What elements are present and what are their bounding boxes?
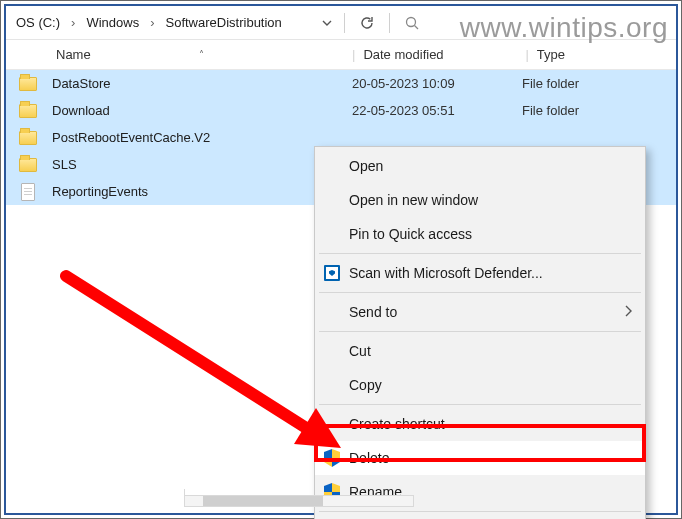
ctx-scan-defender[interactable]: Scan with Microsoft Defender... — [315, 256, 645, 290]
breadcrumb-seg-windows[interactable]: Windows — [80, 11, 145, 34]
ctx-delete[interactable]: Delete — [315, 441, 645, 475]
column-date-label: Date modified — [355, 47, 443, 62]
context-menu[interactable]: Open Open in new window Pin to Quick acc… — [314, 146, 646, 519]
chevron-right-icon: › — [149, 15, 155, 30]
file-date: 20-05-2023 10:09 — [352, 76, 455, 91]
search-icon[interactable] — [398, 10, 426, 36]
ctx-separator — [319, 511, 641, 512]
file-name: PostRebootEventCache.V2 — [52, 130, 210, 145]
ctx-separator — [319, 404, 641, 405]
folder-icon — [19, 77, 37, 91]
column-date[interactable]: Date modified — [355, 40, 525, 69]
ctx-label: Scan with Microsoft Defender... — [349, 265, 543, 281]
ctx-label: Cut — [349, 343, 371, 359]
svg-line-2 — [66, 276, 311, 431]
breadcrumb-seg-softwaredistribution[interactable]: SoftwareDistribution — [160, 11, 288, 34]
table-row[interactable]: Download 22-05-2023 05:51 File folder — [6, 97, 676, 124]
ctx-separator — [319, 253, 641, 254]
file-icon — [21, 183, 35, 201]
ctx-label: Open — [349, 158, 383, 174]
folder-icon — [19, 158, 37, 172]
column-headers[interactable]: Name ˄ | Date modified | Type — [6, 40, 676, 70]
ctx-open-new-window[interactable]: Open in new window — [315, 183, 645, 217]
file-name: Download — [52, 103, 110, 118]
svg-line-1 — [414, 25, 418, 29]
file-type: File folder — [522, 103, 579, 118]
ctx-properties[interactable]: Properties — [315, 514, 645, 519]
ctx-copy[interactable]: Copy — [315, 368, 645, 402]
file-name: ReportingEvents — [52, 184, 148, 199]
file-date: 22-05-2023 05:51 — [352, 103, 455, 118]
table-row[interactable]: DataStore 20-05-2023 10:09 File folder — [6, 70, 676, 97]
ctx-label: Copy — [349, 377, 382, 393]
file-type: File folder — [522, 76, 579, 91]
ctx-label: Open in new window — [349, 192, 478, 208]
column-gutter — [6, 40, 50, 69]
ctx-pin-quick-access[interactable]: Pin to Quick access — [315, 217, 645, 251]
divider — [344, 13, 345, 33]
defender-icon — [323, 264, 341, 282]
address-dropdown-icon[interactable] — [318, 12, 336, 34]
ctx-create-shortcut[interactable]: Create shortcut — [315, 407, 645, 441]
refresh-icon[interactable] — [353, 10, 381, 36]
svg-point-0 — [406, 17, 415, 26]
shield-icon — [323, 449, 341, 467]
ctx-label: Send to — [349, 304, 397, 320]
column-type[interactable]: Type — [529, 40, 676, 69]
column-name-label: Name — [56, 47, 91, 62]
ctx-label: Create shortcut — [349, 416, 445, 432]
ctx-separator — [319, 331, 641, 332]
ctx-separator — [319, 292, 641, 293]
file-name: SLS — [52, 157, 77, 172]
ctx-open[interactable]: Open — [315, 149, 645, 183]
column-name[interactable]: Name ˄ — [50, 40, 352, 69]
folder-icon — [19, 104, 37, 118]
ctx-send-to[interactable]: Send to — [315, 295, 645, 329]
folder-icon — [19, 131, 37, 145]
chevron-right-icon: › — [70, 15, 76, 30]
file-name: DataStore — [52, 76, 111, 91]
sort-asc-icon: ˄ — [199, 49, 204, 60]
horizontal-scrollbar[interactable] — [184, 495, 414, 507]
address-bar[interactable]: OS (C:) › Windows › SoftwareDistribution — [6, 6, 676, 40]
column-type-label: Type — [529, 47, 565, 62]
ctx-label: Delete — [349, 450, 389, 466]
breadcrumb-seg-drive[interactable]: OS (C:) — [10, 11, 66, 34]
divider — [389, 13, 390, 33]
ctx-cut[interactable]: Cut — [315, 334, 645, 368]
ctx-label: Pin to Quick access — [349, 226, 472, 242]
chevron-right-icon — [623, 304, 633, 321]
scrollbar-thumb[interactable] — [203, 496, 323, 506]
